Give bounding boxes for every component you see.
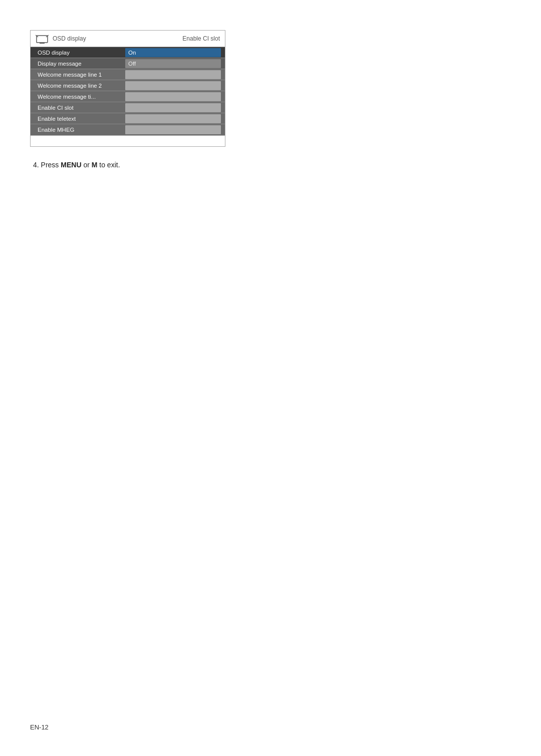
menu-row-value [125, 92, 221, 101]
step-4-text: 4. Press MENU or M to exit. [33, 161, 511, 169]
menu-row[interactable]: Enable CI slot [31, 102, 225, 113]
menu-row-label: Welcome message ti... [31, 94, 123, 100]
step-bold1: MENU [61, 161, 81, 169]
menu-row[interactable]: Display messageOff [31, 58, 225, 69]
menu-row-label: Welcome message line 1 [31, 72, 123, 78]
menu-row-value [125, 81, 221, 90]
svg-rect-0 [37, 36, 48, 43]
osd-header: OSD display Enable CI slot [31, 31, 225, 47]
osd-header-left: OSD display [36, 34, 86, 44]
step-number: 4. [33, 161, 39, 169]
menu-row-label: Enable MHEG [31, 127, 123, 133]
osd-header-subtitle: Enable CI slot [182, 35, 220, 42]
menu-row-value [125, 103, 221, 112]
menu-row-label: Enable teletext [31, 116, 123, 122]
menu-row-value: Off [125, 59, 221, 68]
tv-icon [36, 34, 49, 44]
menu-footer [31, 135, 225, 146]
osd-menu-panel: OSD display Enable CI slot OSD displayOn… [30, 30, 225, 147]
menu-row-label: OSD display [31, 50, 123, 56]
menu-row[interactable]: Welcome message line 1 [31, 69, 225, 80]
step-text-after: to exit. [97, 161, 120, 169]
step-bold2: M [92, 161, 98, 169]
menu-row-value [125, 125, 221, 134]
menu-row[interactable]: Enable MHEG [31, 124, 225, 135]
menu-row[interactable]: Welcome message line 2 [31, 80, 225, 91]
menu-body: OSD displayOnDisplay messageOffWelcome m… [31, 47, 225, 135]
menu-row[interactable]: Welcome message ti... [31, 91, 225, 102]
svg-rect-1 [40, 43, 45, 44]
menu-row-value [125, 114, 221, 123]
menu-row[interactable]: Enable teletext [31, 113, 225, 124]
menu-row-label: Enable CI slot [31, 105, 123, 111]
menu-row-value: On [125, 48, 221, 57]
step-text-mid: or [82, 161, 92, 169]
osd-header-title: OSD display [53, 35, 86, 42]
menu-row-value [125, 70, 221, 79]
menu-row-label: Display message [31, 61, 123, 67]
menu-row-label: Welcome message line 2 [31, 83, 123, 89]
menu-row[interactable]: OSD displayOn [31, 47, 225, 58]
page-number: EN-12 [30, 723, 49, 731]
step-text-before: Press [41, 161, 61, 169]
